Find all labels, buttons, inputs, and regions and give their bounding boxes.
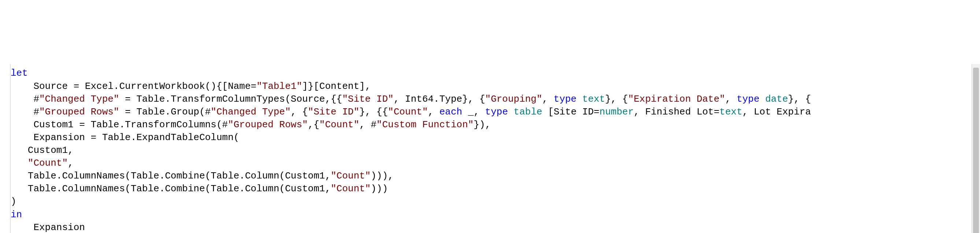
code-token: ))): [371, 183, 388, 194]
code-token: "Changed Type": [211, 106, 291, 117]
code-token: [577, 94, 582, 105]
code-token: "Site ID": [342, 94, 393, 105]
code-token: number: [599, 106, 634, 117]
code-line[interactable]: Table.ColumnNames(Table.Combine(Table.Co…: [11, 170, 811, 182]
code-line[interactable]: ): [11, 195, 811, 208]
code-area[interactable]: let Source = Excel.CurrentWorkbook(){[Na…: [11, 64, 811, 233]
code-token: "Table1": [256, 81, 302, 92]
code-line[interactable]: Custom1 = Table.TransformColumns(#"Group…: [11, 119, 811, 131]
code-token: [508, 106, 514, 117]
code-editor[interactable]: let Source = Excel.CurrentWorkbook(){[Na…: [0, 64, 980, 233]
code-token: type: [485, 106, 508, 117]
code-token: "Grouped Rows": [228, 119, 308, 130]
code-token: ,: [542, 94, 554, 105]
code-token: #: [11, 106, 39, 117]
code-token: [11, 158, 28, 169]
code-token: ,: [68, 158, 74, 169]
code-token: "Expiration Date": [628, 94, 725, 105]
code-token: Table.ColumnNames(Table.Combine(Table.Co…: [11, 183, 331, 194]
code-token: Expansion: [11, 222, 85, 233]
code-token: ,{: [308, 119, 319, 130]
code-token: ))),: [371, 170, 393, 181]
code-line[interactable]: Custom1,: [11, 144, 811, 157]
code-token: table: [514, 106, 542, 117]
code-token: in: [11, 209, 22, 220]
code-token: date: [765, 94, 788, 105]
code-token: "Count": [320, 119, 360, 130]
code-token: "Site ID": [308, 106, 359, 117]
code-token: "Count": [28, 158, 68, 169]
code-token: "Count": [388, 106, 428, 117]
code-token: "Count": [331, 183, 371, 194]
code-token: Custom1 = Table.TransformColumns(#: [11, 119, 228, 130]
code-line[interactable]: Source = Excel.CurrentWorkbook(){[Name="…: [11, 80, 811, 93]
code-token: , #: [360, 119, 377, 130]
code-line[interactable]: #"Changed Type" = Table.TransformColumnT…: [11, 93, 811, 106]
code-token: , {: [291, 106, 308, 117]
code-token: each: [439, 106, 462, 117]
code-token: , Int64.Type}, {: [393, 94, 485, 105]
code-token: Source = Excel.CurrentWorkbook(){[Name=: [11, 81, 256, 92]
code-token: [Site ID=: [542, 106, 599, 117]
code-token: text: [719, 106, 742, 117]
code-token: "Grouping": [485, 94, 542, 105]
code-token: Table.ColumnNames(Table.Combine(Table.Co…: [11, 170, 331, 181]
code-token: = Table.TransformColumnTypes(Source,{{: [119, 94, 342, 105]
code-line[interactable]: Expansion = Table.ExpandTableColumn(: [11, 131, 811, 144]
editor-gutter: [0, 64, 11, 233]
code-token: "Count": [331, 170, 371, 181]
code-token: }, {{: [360, 106, 388, 117]
code-token: ,: [725, 94, 737, 105]
code-token: ,: [428, 106, 439, 117]
code-line[interactable]: Table.ColumnNames(Table.Combine(Table.Co…: [11, 182, 811, 195]
code-line[interactable]: Expansion: [11, 221, 811, 233]
scrollbar-thumb[interactable]: [973, 68, 979, 233]
code-token: ]}[Content],: [302, 81, 371, 92]
code-line[interactable]: "Count",: [11, 157, 811, 170]
code-token: , Lot Expira: [742, 106, 811, 117]
code-token: _,: [462, 106, 485, 117]
code-token: text: [582, 94, 605, 105]
code-line[interactable]: let: [11, 67, 811, 80]
code-token: , Finished Lot=: [634, 106, 719, 117]
code-token: Custom1,: [11, 145, 74, 156]
code-token: type: [737, 94, 759, 105]
code-line[interactable]: #"Grouped Rows" = Table.Group(#"Changed …: [11, 106, 811, 119]
vertical-scrollbar[interactable]: [972, 64, 980, 233]
code-token: "Grouped Rows": [39, 106, 119, 117]
code-token: }),: [474, 119, 491, 130]
code-token: ): [11, 196, 16, 207]
code-token: "Custom Function": [377, 119, 474, 130]
code-token: Expansion = Table.ExpandTableColumn(: [11, 132, 239, 143]
code-token: }, {: [788, 94, 811, 105]
code-token: "Changed Type": [39, 94, 119, 105]
code-token: #: [11, 94, 39, 105]
code-token: = Table.Group(#: [119, 106, 211, 117]
code-token: }, {: [605, 94, 628, 105]
code-token: type: [554, 94, 576, 105]
code-line[interactable]: in: [11, 209, 811, 221]
code-token: [759, 94, 765, 105]
code-token: let: [11, 68, 28, 79]
